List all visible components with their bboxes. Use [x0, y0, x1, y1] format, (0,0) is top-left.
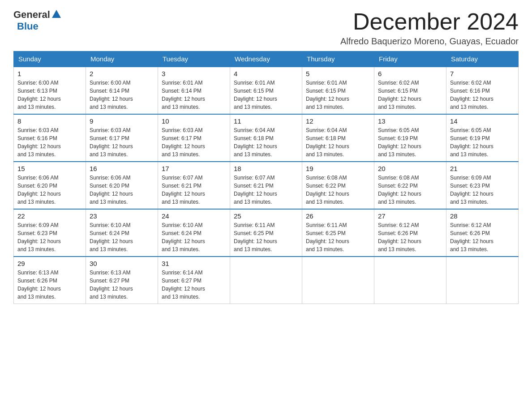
- day-info: Sunrise: 6:10 AM Sunset: 6:24 PM Dayligh…: [90, 221, 154, 253]
- day-number: 18: [234, 165, 298, 172]
- table-row: 9 Sunrise: 6:03 AM Sunset: 6:17 PM Dayli…: [86, 114, 158, 162]
- table-row: 12 Sunrise: 6:04 AM Sunset: 6:18 PM Dayl…: [302, 114, 374, 162]
- table-row: 13 Sunrise: 6:05 AM Sunset: 6:19 PM Dayl…: [374, 114, 446, 162]
- table-row: 28 Sunrise: 6:12 AM Sunset: 6:26 PM Dayl…: [446, 209, 519, 257]
- day-info: Sunrise: 6:02 AM Sunset: 6:16 PM Dayligh…: [450, 79, 515, 111]
- day-number: 14: [450, 117, 515, 125]
- table-row: [230, 257, 302, 304]
- week-row-5: 29 Sunrise: 6:13 AM Sunset: 6:26 PM Dayl…: [14, 257, 519, 304]
- logo-text: General: [13, 9, 61, 21]
- day-info: Sunrise: 6:10 AM Sunset: 6:24 PM Dayligh…: [162, 221, 226, 253]
- location-subtitle: Alfredo Baquerizo Moreno, Guayas, Ecuado…: [340, 36, 519, 47]
- day-info: Sunrise: 6:01 AM Sunset: 6:15 PM Dayligh…: [306, 79, 370, 111]
- day-info: Sunrise: 6:13 AM Sunset: 6:26 PM Dayligh…: [17, 269, 82, 301]
- day-info: Sunrise: 6:12 AM Sunset: 6:26 PM Dayligh…: [450, 221, 515, 253]
- table-row: 26 Sunrise: 6:11 AM Sunset: 6:25 PM Dayl…: [302, 209, 374, 257]
- day-info: Sunrise: 6:14 AM Sunset: 6:27 PM Dayligh…: [162, 269, 226, 301]
- table-row: 19 Sunrise: 6:08 AM Sunset: 6:22 PM Dayl…: [302, 162, 374, 209]
- day-info: Sunrise: 6:03 AM Sunset: 6:17 PM Dayligh…: [90, 126, 154, 158]
- page-header: General Blue December 2024 Alfredo Baque…: [13, 9, 519, 47]
- day-info: Sunrise: 6:07 AM Sunset: 6:21 PM Dayligh…: [234, 174, 298, 206]
- table-row: 20 Sunrise: 6:08 AM Sunset: 6:22 PM Dayl…: [374, 162, 446, 209]
- table-row: 22 Sunrise: 6:09 AM Sunset: 6:23 PM Dayl…: [14, 209, 86, 257]
- day-info: Sunrise: 6:09 AM Sunset: 6:23 PM Dayligh…: [450, 174, 515, 206]
- table-row: 30 Sunrise: 6:13 AM Sunset: 6:27 PM Dayl…: [86, 257, 158, 304]
- day-number: 2: [90, 70, 154, 77]
- table-row: [374, 257, 446, 304]
- day-number: 22: [17, 212, 82, 220]
- week-row-4: 22 Sunrise: 6:09 AM Sunset: 6:23 PM Dayl…: [14, 209, 519, 257]
- day-number: 15: [17, 165, 82, 172]
- day-info: Sunrise: 6:11 AM Sunset: 6:25 PM Dayligh…: [306, 221, 370, 253]
- table-row: 8 Sunrise: 6:03 AM Sunset: 6:16 PM Dayli…: [14, 114, 86, 162]
- day-info: Sunrise: 6:06 AM Sunset: 6:20 PM Dayligh…: [17, 174, 82, 206]
- table-row: 2 Sunrise: 6:00 AM Sunset: 6:14 PM Dayli…: [86, 67, 158, 114]
- day-number: 24: [162, 212, 226, 220]
- table-row: 16 Sunrise: 6:06 AM Sunset: 6:20 PM Dayl…: [86, 162, 158, 209]
- week-row-1: 1 Sunrise: 6:00 AM Sunset: 6:13 PM Dayli…: [14, 67, 519, 114]
- month-title: December 2024: [340, 9, 519, 34]
- table-row: 1 Sunrise: 6:00 AM Sunset: 6:13 PM Dayli…: [14, 67, 86, 114]
- table-row: 11 Sunrise: 6:04 AM Sunset: 6:18 PM Dayl…: [230, 114, 302, 162]
- day-info: Sunrise: 6:04 AM Sunset: 6:18 PM Dayligh…: [234, 126, 298, 158]
- title-area: December 2024 Alfredo Baquerizo Moreno, …: [340, 9, 519, 47]
- day-info: Sunrise: 6:04 AM Sunset: 6:18 PM Dayligh…: [306, 126, 370, 158]
- day-number: 10: [162, 117, 226, 125]
- col-saturday: Saturday: [446, 51, 519, 67]
- day-number: 29: [17, 260, 82, 267]
- week-row-3: 15 Sunrise: 6:06 AM Sunset: 6:20 PM Dayl…: [14, 162, 519, 209]
- table-row: 7 Sunrise: 6:02 AM Sunset: 6:16 PM Dayli…: [446, 67, 519, 114]
- day-info: Sunrise: 6:05 AM Sunset: 6:19 PM Dayligh…: [378, 126, 442, 158]
- day-number: 19: [306, 165, 370, 172]
- col-friday: Friday: [374, 51, 446, 67]
- day-number: 17: [162, 165, 226, 172]
- day-number: 20: [378, 165, 442, 172]
- day-info: Sunrise: 6:09 AM Sunset: 6:23 PM Dayligh…: [17, 221, 82, 253]
- table-row: 29 Sunrise: 6:13 AM Sunset: 6:26 PM Dayl…: [14, 257, 86, 304]
- day-number: 4: [234, 70, 298, 77]
- col-wednesday: Wednesday: [230, 51, 302, 67]
- logo: General Blue: [13, 9, 61, 32]
- col-monday: Monday: [86, 51, 158, 67]
- day-number: 30: [90, 260, 154, 267]
- day-info: Sunrise: 6:08 AM Sunset: 6:22 PM Dayligh…: [306, 174, 370, 206]
- table-row: 6 Sunrise: 6:02 AM Sunset: 6:15 PM Dayli…: [374, 67, 446, 114]
- day-number: 6: [378, 70, 442, 77]
- day-number: 16: [90, 165, 154, 172]
- day-info: Sunrise: 6:00 AM Sunset: 6:13 PM Dayligh…: [17, 79, 82, 111]
- calendar-header-row: Sunday Monday Tuesday Wednesday Thursday…: [14, 51, 519, 67]
- logo-general: General: [13, 9, 50, 21]
- day-number: 8: [17, 117, 82, 125]
- day-info: Sunrise: 6:06 AM Sunset: 6:20 PM Dayligh…: [90, 174, 154, 206]
- day-info: Sunrise: 6:02 AM Sunset: 6:15 PM Dayligh…: [378, 79, 442, 111]
- table-row: 18 Sunrise: 6:07 AM Sunset: 6:21 PM Dayl…: [230, 162, 302, 209]
- day-number: 5: [306, 70, 370, 77]
- table-row: [446, 257, 519, 304]
- table-row: 5 Sunrise: 6:01 AM Sunset: 6:15 PM Dayli…: [302, 67, 374, 114]
- day-number: 28: [450, 212, 515, 220]
- day-number: 13: [378, 117, 442, 125]
- day-number: 26: [306, 212, 370, 220]
- table-row: 24 Sunrise: 6:10 AM Sunset: 6:24 PM Dayl…: [158, 209, 230, 257]
- table-row: 17 Sunrise: 6:07 AM Sunset: 6:21 PM Dayl…: [158, 162, 230, 209]
- week-row-2: 8 Sunrise: 6:03 AM Sunset: 6:16 PM Dayli…: [14, 114, 519, 162]
- table-row: 10 Sunrise: 6:03 AM Sunset: 6:17 PM Dayl…: [158, 114, 230, 162]
- col-thursday: Thursday: [302, 51, 374, 67]
- day-number: 1: [17, 70, 82, 77]
- day-info: Sunrise: 6:13 AM Sunset: 6:27 PM Dayligh…: [90, 269, 154, 301]
- col-sunday: Sunday: [14, 51, 86, 67]
- day-info: Sunrise: 6:03 AM Sunset: 6:16 PM Dayligh…: [17, 126, 82, 158]
- table-row: 25 Sunrise: 6:11 AM Sunset: 6:25 PM Dayl…: [230, 209, 302, 257]
- day-number: 21: [450, 165, 515, 172]
- day-number: 11: [234, 117, 298, 125]
- day-number: 12: [306, 117, 370, 125]
- day-number: 25: [234, 212, 298, 220]
- table-row: 15 Sunrise: 6:06 AM Sunset: 6:20 PM Dayl…: [14, 162, 86, 209]
- day-info: Sunrise: 6:03 AM Sunset: 6:17 PM Dayligh…: [162, 126, 226, 158]
- day-info: Sunrise: 6:11 AM Sunset: 6:25 PM Dayligh…: [234, 221, 298, 253]
- day-info: Sunrise: 6:12 AM Sunset: 6:26 PM Dayligh…: [378, 221, 442, 253]
- day-number: 27: [378, 212, 442, 220]
- logo-blue: Blue: [17, 21, 39, 32]
- day-info: Sunrise: 6:05 AM Sunset: 6:19 PM Dayligh…: [450, 126, 515, 158]
- table-row: 21 Sunrise: 6:09 AM Sunset: 6:23 PM Dayl…: [446, 162, 519, 209]
